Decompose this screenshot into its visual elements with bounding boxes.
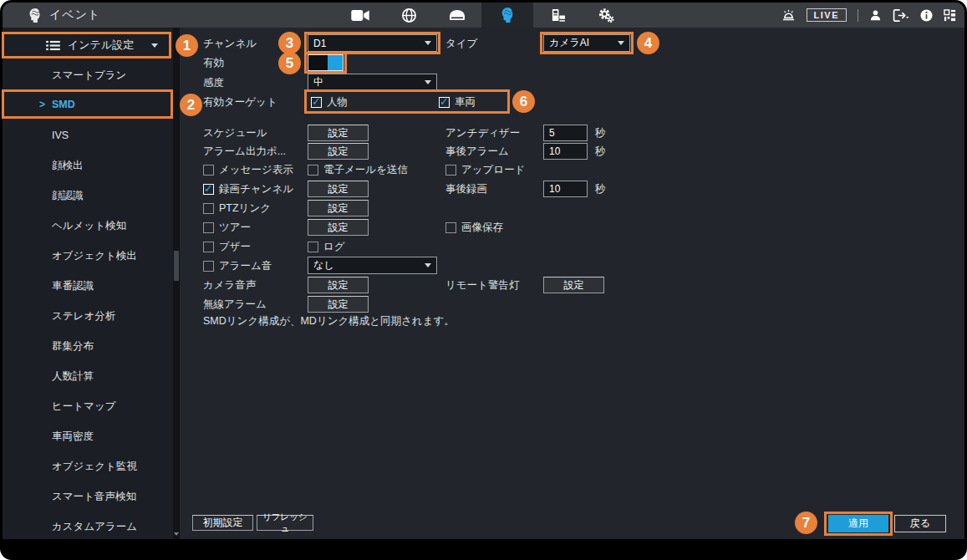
check-icon: ✓ xyxy=(312,96,321,107)
tour-checkbox[interactable]: ツアー xyxy=(203,218,251,237)
alarm-tone-select[interactable]: なし xyxy=(308,257,437,274)
record-channel-checkbox[interactable]: ✓ 録画チャンネル xyxy=(203,180,293,198)
sidebar-item-people-counting[interactable]: 人数計算 xyxy=(3,365,173,387)
sidebar-item-face-detection[interactable]: 顔検出 xyxy=(3,155,173,176)
sidebar-scrollbar-thumb[interactable] xyxy=(174,251,179,281)
sensitivity-select[interactable]: 中 xyxy=(308,74,437,91)
sidebar-item-helmet-detection[interactable]: ヘルメット検知 xyxy=(3,215,173,237)
checkbox-checked: ✓ xyxy=(203,184,214,195)
ptz-link-checkbox[interactable]: PTZリンク xyxy=(203,199,271,217)
alarm-tone-checkbox[interactable]: アラーム音 xyxy=(203,257,272,275)
sidebar-item-smart-plan[interactable]: スマートプラン xyxy=(3,64,173,86)
sidebar-item-ivs[interactable]: IVS xyxy=(3,125,173,146)
channel-select[interactable]: D1 xyxy=(308,34,437,52)
remote-warning-light-setting-button[interactable]: 設定 xyxy=(543,277,604,293)
title-group: イベント xyxy=(28,3,100,28)
sidebar-scrollbar[interactable] xyxy=(173,28,180,539)
sidebar-item-crowd-distribution[interactable]: 群集分布 xyxy=(3,335,173,357)
checkbox-unchecked xyxy=(308,165,318,176)
title-bar: イベント xyxy=(3,3,964,28)
target-vehicle-checkbox[interactable]: ✓ 車両 xyxy=(439,93,476,111)
nav-storage[interactable] xyxy=(433,3,481,28)
titlebar-right-group: LIVE xyxy=(781,3,956,28)
checkbox-checked: ✓ xyxy=(311,97,322,108)
sidebar-item-object-monitoring[interactable]: オブジェクト監視 xyxy=(3,456,173,477)
anti-dither-label: アンチディザー xyxy=(445,124,520,142)
alarm-out-label: アラーム出力ポ... xyxy=(203,142,286,160)
target-person-label: 人物 xyxy=(327,95,348,109)
send-email-checkbox[interactable]: 電子メールを送信 xyxy=(308,160,408,179)
sidebar-scrollbar-down-button[interactable] xyxy=(173,529,180,539)
post-alarm-unit: 秒 xyxy=(595,142,606,160)
schedule-setting-button[interactable]: 設定 xyxy=(308,125,369,141)
log-checkbox[interactable]: ログ xyxy=(308,237,345,256)
alarm-out-setting-button[interactable]: 設定 xyxy=(308,143,369,160)
nav-ai-events-active[interactable] xyxy=(481,3,533,28)
checkbox-unchecked xyxy=(308,242,318,252)
chevron-down-icon xyxy=(425,263,431,267)
post-alarm-label: 事後アラーム xyxy=(445,142,509,160)
sidebar-item-object-detection[interactable]: オブジェクト検出 xyxy=(3,245,173,267)
info-icon[interactable] xyxy=(920,9,933,22)
sidebar-item-smd-active[interactable]: > SMD xyxy=(3,94,173,115)
sidebar-header-label: インテル設定 xyxy=(68,38,134,53)
sidebar-item-custom-alarm[interactable]: カスタムアラーム xyxy=(3,516,173,537)
buzzer-checkbox[interactable]: ブザー xyxy=(203,237,251,256)
default-button[interactable]: 初期設定 xyxy=(192,515,253,531)
wireless-alarm-label: 無線アラーム xyxy=(203,295,267,313)
channel-value: D1 xyxy=(313,38,326,49)
camera-audio-setting-button[interactable]: 設定 xyxy=(308,277,369,293)
ai-brain-icon xyxy=(500,7,515,23)
ptz-link-setting-button[interactable]: 設定 xyxy=(308,200,369,216)
tour-setting-button[interactable]: 設定 xyxy=(308,219,369,236)
picture-storage-label: 画像保存 xyxy=(461,221,503,235)
picture-storage-checkbox[interactable]: 画像保存 xyxy=(445,218,503,237)
sidebar-item-stereo-analysis[interactable]: ステレオ分析 xyxy=(3,305,173,327)
record-channel-setting-button[interactable]: 設定 xyxy=(308,181,369,197)
chevron-down-icon xyxy=(618,41,624,45)
alarm-tone-value: なし xyxy=(313,258,334,272)
sidebar-item-face-recognition[interactable]: 顔認識 xyxy=(3,185,173,206)
wireless-alarm-setting-button[interactable]: 設定 xyxy=(308,296,369,313)
live-button[interactable]: LIVE xyxy=(807,8,847,22)
chevron-down-icon xyxy=(425,41,431,45)
alarm-beacon-icon[interactable] xyxy=(781,9,796,22)
sidebar-item-vehicle-density[interactable]: 車両密度 xyxy=(3,425,173,447)
main-nav xyxy=(336,3,630,28)
post-alarm-input[interactable]: 10 xyxy=(543,143,588,160)
logout-icon[interactable] xyxy=(893,9,909,22)
target-person-checkbox[interactable]: ✓ 人物 xyxy=(311,93,348,111)
nav-backup[interactable] xyxy=(533,3,582,28)
sidebar-item-label: SMD xyxy=(52,99,75,110)
toggle-on-half xyxy=(328,55,343,70)
qr-code-icon[interactable] xyxy=(944,9,956,22)
check-icon: ✓ xyxy=(440,96,449,107)
enable-label: 有効 xyxy=(203,53,224,72)
nav-camera[interactable] xyxy=(336,3,384,28)
type-select[interactable]: カメラAI xyxy=(543,34,630,52)
apply-button[interactable]: 適用 xyxy=(828,515,888,532)
sidebar-item-smart-audio-detection[interactable]: スマート音声検知 xyxy=(3,486,173,507)
show-message-checkbox[interactable]: メッセージ表示 xyxy=(203,160,293,179)
video-camera-icon xyxy=(351,9,369,22)
post-record-input[interactable]: 10 xyxy=(543,181,588,197)
sidebar-item-plate-recognition[interactable]: 車番認識 xyxy=(3,275,173,297)
sidebar-item-heat-map[interactable]: ヒートマップ xyxy=(3,395,173,417)
nav-network[interactable] xyxy=(384,3,433,28)
checkbox-checked: ✓ xyxy=(439,97,450,108)
back-button[interactable]: 戻る xyxy=(894,515,946,532)
user-icon[interactable] xyxy=(869,9,882,22)
record-channel-label: 録画チャンネル xyxy=(219,182,293,196)
tour-label: ツアー xyxy=(219,221,251,235)
remote-warning-light-label: リモート警告灯 xyxy=(445,276,519,294)
sensitivity-value: 中 xyxy=(313,75,323,89)
settings-gears-icon xyxy=(598,8,615,23)
sidebar-header-intel-settings[interactable]: インテル設定 xyxy=(3,33,171,58)
refresh-button[interactable]: リフレッシュ xyxy=(257,515,313,531)
upload-checkbox[interactable]: アップロード xyxy=(445,160,525,179)
page-title: イベント xyxy=(49,8,100,23)
anti-dither-input[interactable]: 5 xyxy=(543,125,588,141)
nav-settings[interactable] xyxy=(582,3,630,28)
enable-toggle[interactable] xyxy=(308,54,344,71)
chevron-down-icon xyxy=(151,43,158,48)
